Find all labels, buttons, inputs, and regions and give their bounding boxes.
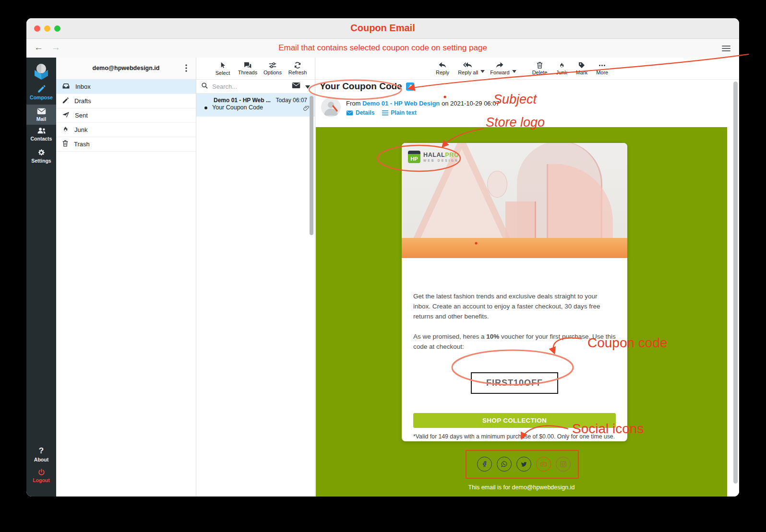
- browser-window: Coupon Email ← → Email that contains sel…: [26, 18, 739, 497]
- sidebar-item-compose[interactable]: Compose: [26, 84, 56, 100]
- refresh-label: Refresh: [287, 70, 309, 75]
- youtube-icon[interactable]: [536, 457, 551, 472]
- coupon-code-box[interactable]: FIRST10OFF: [471, 372, 558, 394]
- paper-plane-icon: [62, 111, 75, 119]
- compose-label: Compose: [26, 95, 56, 100]
- account-header: demo@hpwebdesign.id: [56, 58, 196, 80]
- threads-icon: [237, 61, 259, 69]
- search-bar[interactable]: Search...: [196, 80, 315, 94]
- contacts-label: Contacts: [26, 136, 56, 142]
- search-scope-chevron-icon[interactable]: [305, 82, 310, 91]
- browser-toolbar: ← → Email that contains selected coupon …: [26, 39, 739, 58]
- reply-all-icon: [458, 62, 478, 69]
- instagram-icon[interactable]: [556, 457, 571, 472]
- message-list-toolbar: Select Threads Options Refresh: [196, 58, 315, 80]
- mail-label: Mail: [26, 116, 56, 122]
- store-logo: HP HALALPRO WEB DESIGN: [408, 151, 459, 163]
- tag-icon: [576, 61, 587, 69]
- from-line: From Demo 01 - HP Web Design on 2021-10-…: [346, 100, 500, 107]
- lines-icon: [382, 110, 388, 116]
- folder-inbox[interactable]: Inbox: [56, 80, 196, 94]
- logout-label: Logout: [26, 477, 56, 483]
- email-card-content: Get the latest fashion trends and exclus…: [402, 258, 627, 440]
- email-subject-header: Your Coupon Code↗: [320, 81, 414, 92]
- question-icon: ?: [39, 446, 44, 455]
- brand-name-green: PRO: [445, 152, 459, 158]
- email-date: 2021-10-29 06:07: [450, 100, 500, 107]
- plain-text-toggle[interactable]: Plain text: [382, 109, 416, 116]
- inbox-icon: [62, 83, 75, 91]
- envelope-icon: [346, 110, 353, 116]
- message-subject: Your Coupon Code: [212, 104, 263, 111]
- threads-label: Threads: [237, 70, 259, 75]
- more-button[interactable]: More: [592, 62, 612, 75]
- unread-dot: [204, 106, 207, 109]
- message-view-scrollbar[interactable]: [733, 82, 738, 484]
- trash-icon: [532, 61, 548, 69]
- gear-icon: [26, 148, 56, 157]
- hero-quarter-shape: [547, 164, 613, 249]
- pointer-icon: [212, 61, 234, 70]
- flame-icon: [556, 61, 567, 69]
- refresh-button[interactable]: Refresh: [287, 61, 309, 75]
- threads-button[interactable]: Threads: [237, 61, 259, 75]
- folder-label: Drafts: [74, 97, 91, 105]
- email-paragraph-2: As we promised, heres a 10% voucher for …: [413, 332, 616, 352]
- select-button[interactable]: Select: [212, 61, 234, 76]
- account-email: demo@hpwebdesign.id: [56, 65, 196, 71]
- flame-icon: [62, 125, 74, 134]
- sidebar-item-about[interactable]: ? About: [26, 446, 56, 462]
- email-footer-text: This email is for demo@hpwebdesign.id: [316, 484, 727, 491]
- reply-icon: [436, 62, 449, 69]
- email-card: HP HALALPRO WEB DESIGN Get the latest fa…: [402, 143, 627, 441]
- junk-button[interactable]: Junk: [551, 61, 571, 75]
- shop-collection-button[interactable]: SHOP COLLECTION: [413, 413, 616, 428]
- message-sender: Demo 01 - HP Web ...: [214, 97, 271, 104]
- sidebar-item-mail[interactable]: Mail: [26, 105, 56, 125]
- coupon-fine-print: *Valid for 149 days with a minimum purch…: [413, 433, 616, 440]
- facebook-icon[interactable]: [477, 457, 492, 472]
- browser-menu-icon[interactable]: [722, 44, 730, 51]
- message-list-scrollbar[interactable]: [310, 96, 313, 235]
- options-button[interactable]: Options: [262, 61, 284, 75]
- open-in-new-window-icon[interactable]: ↗: [406, 83, 414, 91]
- reply-all-button[interactable]: Reply all: [454, 62, 482, 75]
- store-logo-monogram: HP: [408, 151, 420, 163]
- sidebar-item-settings[interactable]: Settings: [26, 148, 56, 164]
- discount-percent: 10%: [486, 333, 499, 340]
- mark-button[interactable]: Mark: [572, 61, 592, 75]
- details-toggle[interactable]: Details: [346, 109, 374, 116]
- message-toolbar: Reply Reply all Forward Delete: [315, 58, 739, 80]
- folder-sent[interactable]: Sent: [56, 108, 196, 123]
- refresh-icon: [287, 61, 309, 69]
- folder-label: Trash: [74, 141, 90, 148]
- sender-link[interactable]: Demo 01 - HP Web Design: [362, 100, 440, 107]
- sender-avatar: [321, 97, 341, 117]
- envelope-filter-icon[interactable]: [292, 82, 300, 91]
- select-label: Select: [212, 70, 234, 76]
- more-icon: [596, 62, 608, 69]
- meta-line: Details Plain text: [346, 109, 417, 116]
- trash-icon: [62, 140, 74, 149]
- nav-rail: Compose Mail Contacts Settings: [26, 58, 56, 497]
- message-list-item[interactable]: Demo 01 - HP Web ... Today 06:07 Your Co…: [196, 94, 315, 117]
- forward-icon: [490, 62, 509, 69]
- hero-floor: [402, 238, 627, 258]
- twitter-icon[interactable]: [516, 457, 531, 472]
- message-time: Today 06:07: [276, 97, 307, 104]
- forward-button[interactable]: Forward: [486, 62, 514, 75]
- delete-button[interactable]: Delete: [528, 61, 552, 75]
- whatsapp-icon[interactable]: [497, 457, 512, 472]
- folder-drafts[interactable]: Drafts: [56, 94, 196, 108]
- social-icons-row: [477, 457, 571, 472]
- folder-trash[interactable]: Trash: [56, 137, 196, 152]
- paperclip-icon: [303, 105, 310, 114]
- message-view-panel: Reply Reply all Forward Delete: [315, 58, 739, 497]
- folder-junk[interactable]: Junk: [56, 123, 196, 137]
- folder-options-icon[interactable]: [182, 64, 190, 73]
- webmail-app: Compose Mail Contacts Settings: [26, 58, 739, 497]
- email-body: HP HALALPRO WEB DESIGN Get the latest fa…: [316, 127, 727, 497]
- reply-button[interactable]: Reply: [431, 62, 454, 75]
- sidebar-item-logout[interactable]: Logout: [26, 468, 56, 483]
- sidebar-item-contacts[interactable]: Contacts: [26, 127, 56, 142]
